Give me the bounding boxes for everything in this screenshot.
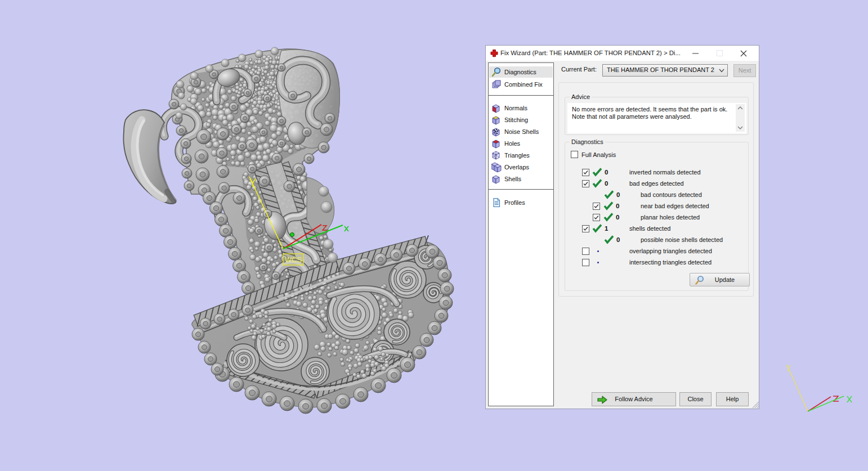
svg-text:WCS: WCS <box>285 255 302 264</box>
